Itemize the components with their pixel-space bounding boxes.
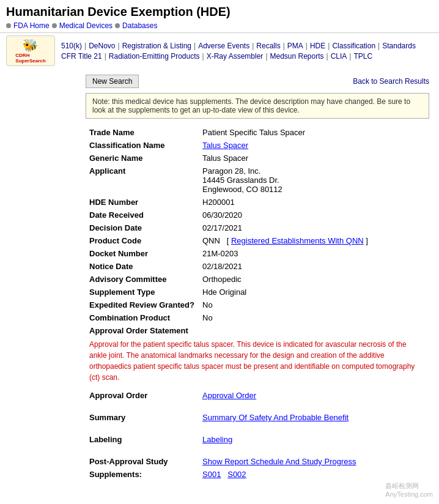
labeling-value: Labeling: [199, 424, 429, 446]
advisory-committee-label: Advisory Committee: [86, 273, 199, 286]
nav-clia[interactable]: CLIA: [331, 52, 347, 61]
summary-row: Summary Summary Of Safety And Probable B…: [86, 402, 429, 424]
nav-row-2: CFR Title 21 | Radiation-Emitting Produc…: [61, 52, 416, 61]
breadcrumb-medical-devices[interactable]: Medical Devices: [59, 21, 113, 30]
product-code-link[interactable]: Registered Establishments With QNN: [231, 236, 364, 245]
nav-xray[interactable]: X-Ray Assembler: [207, 52, 264, 61]
notice-date-label: Notice Date: [86, 260, 199, 273]
back-to-results-link[interactable]: Back to Search Results: [353, 77, 429, 86]
supplements-value: S001 S002: [199, 468, 429, 481]
product-code-label: Product Code: [86, 234, 199, 247]
nav-adverse[interactable]: Adverse Events: [198, 42, 249, 50]
generic-name-label: Generic Name: [86, 152, 199, 165]
supplement-type-label: Supplement Type: [86, 286, 199, 298]
summary-value: Summary Of Safety And Probable Benefit: [199, 402, 429, 424]
new-search-button[interactable]: New Search: [86, 75, 139, 88]
breadcrumb: FDA Home Medical Devices Databases: [6, 21, 433, 30]
applicant-label: Applicant: [86, 165, 199, 196]
cdrhss-logo[interactable]: 🐝 CDRHSuperSearch: [6, 35, 55, 66]
docket-number-row: Docket Number 21M-0203: [86, 247, 429, 260]
generic-name-row: Generic Name Talus Spacer: [86, 152, 429, 165]
hde-number-row: HDE Number H200001: [86, 196, 429, 209]
expedited-review-row: Expedited Review Granted? No: [86, 298, 429, 311]
expedited-review-label: Expedited Review Granted?: [86, 298, 199, 311]
supplement-s001-link[interactable]: S001: [202, 470, 221, 479]
note-box: Note: this medical device has supplement…: [86, 93, 429, 119]
decision-date-row: Decision Date 02/17/2021: [86, 221, 429, 234]
page-header: Humanitarian Device Exemption (HDE) FDA …: [0, 0, 439, 32]
applicant-row: Applicant Paragon 28, Inc. 14445 Grassla…: [86, 165, 429, 196]
post-approval-link[interactable]: Show Report Schedule And Study Progress: [202, 457, 356, 466]
bee-icon: 🐝: [23, 38, 38, 53]
supplements-label: Supplements:: [86, 468, 199, 481]
nav-classification[interactable]: Classification: [332, 42, 375, 50]
nav-links-block: 510(k) | DeNovo | Registration & Listing…: [61, 42, 416, 61]
classification-name-label: Classification Name: [86, 139, 199, 152]
nav-pma[interactable]: PMA: [287, 42, 303, 50]
approval-order-row: Approval Order Approval Order: [86, 385, 429, 402]
breadcrumb-databases[interactable]: Databases: [122, 21, 157, 30]
nav-radiation[interactable]: Radiation-Emitting Products: [109, 52, 200, 61]
labeling-link[interactable]: Labeling: [202, 435, 232, 444]
nav-recalls[interactable]: Recalls: [256, 42, 280, 50]
approval-statement-text: Approval for the patient specific talus …: [86, 337, 429, 385]
nav-row: 🐝 CDRHSuperSearch 510(k) | DeNovo | Regi…: [6, 35, 433, 66]
breadcrumb-fda-home[interactable]: FDA Home: [13, 21, 50, 30]
date-received-label: Date Received: [86, 209, 199, 221]
toolbar: New Search Back to Search Results: [86, 75, 429, 88]
page-title: Humanitarian Device Exemption (HDE): [6, 5, 433, 19]
breadcrumb-dot-3: [115, 23, 120, 28]
expedited-review-value: No: [199, 298, 429, 311]
summary-link[interactable]: Summary Of Safety And Probable Benefit: [202, 413, 349, 422]
post-approval-row: Post-Approval Study Show Report Schedule…: [86, 446, 429, 468]
combination-product-label: Combination Product: [86, 311, 199, 324]
trade-name-label: Trade Name: [86, 126, 199, 139]
docket-number-label: Docket Number: [86, 247, 199, 260]
supplement-type-value: Hde Original: [199, 286, 429, 298]
approval-statement-label: Approval Order Statement: [86, 324, 429, 337]
approval-statement-label-row: Approval Order Statement: [86, 324, 429, 337]
nav-medsun[interactable]: Medsun Reports: [270, 52, 324, 61]
approval-statement-text-row: Approval for the patient specific talus …: [86, 337, 429, 385]
trade-name-row: Trade Name Patient Specific Talus Spacer: [86, 126, 429, 139]
notice-date-value: 02/18/2021: [199, 260, 429, 273]
top-nav: 🐝 CDRHSuperSearch 510(k) | DeNovo | Regi…: [0, 32, 439, 69]
classification-name-link[interactable]: Talus Spacer: [202, 141, 248, 150]
combination-product-value: No: [199, 311, 429, 324]
nav-denovo[interactable]: DeNovo: [89, 42, 115, 50]
nav-510k[interactable]: 510(k): [61, 42, 82, 50]
decision-date-value: 02/17/2021: [199, 221, 429, 234]
summary-label: Summary: [86, 402, 199, 424]
combination-product-row: Combination Product No: [86, 311, 429, 324]
generic-name-value: Talus Spacer: [199, 152, 429, 165]
applicant-value: Paragon 28, Inc. 14445 Grasslands Dr. En…: [199, 165, 429, 196]
hde-number-label: HDE Number: [86, 196, 199, 209]
supplement-type-row: Supplement Type Hde Original: [86, 286, 429, 298]
product-code-row: Product Code QNN [ Registered Establishm…: [86, 234, 429, 247]
supplements-row: Supplements: S001 S002: [86, 468, 429, 481]
logo-text: CDRHSuperSearch: [15, 53, 45, 64]
post-approval-value: Show Report Schedule And Study Progress: [199, 446, 429, 468]
trade-name-value: Patient Specific Talus Spacer: [199, 126, 429, 139]
product-code-text: QNN: [202, 236, 220, 245]
breadcrumb-dot-1: [6, 23, 11, 28]
supplement-s002-link[interactable]: S002: [227, 470, 246, 479]
approval-order-link[interactable]: Approval Order: [202, 391, 256, 400]
advisory-committee-value: Orthopedic: [199, 273, 429, 286]
nav-standards[interactable]: Standards: [382, 42, 416, 50]
nav-hde[interactable]: HDE: [310, 42, 325, 50]
approval-order-value: Approval Order: [199, 385, 429, 402]
content-area: New Search Back to Search Results Note: …: [0, 69, 439, 491]
product-code-value: QNN [ Registered Establishments With QNN…: [199, 234, 429, 247]
nav-tplc[interactable]: TPLC: [353, 52, 372, 61]
classification-name-row: Classification Name Talus Spacer: [86, 139, 429, 152]
approval-order-label: Approval Order: [86, 385, 199, 402]
nav-row-1: 510(k) | DeNovo | Registration & Listing…: [61, 42, 416, 50]
labeling-label: Labeling: [86, 424, 199, 446]
date-received-row: Date Received 06/30/2020: [86, 209, 429, 221]
notice-date-row: Notice Date 02/18/2021: [86, 260, 429, 273]
nav-cfr21[interactable]: CFR Title 21: [61, 52, 102, 61]
nav-registration[interactable]: Registration & Listing: [122, 42, 191, 50]
post-approval-label: Post-Approval Study: [86, 446, 199, 468]
hde-number-value: H200001: [199, 196, 429, 209]
